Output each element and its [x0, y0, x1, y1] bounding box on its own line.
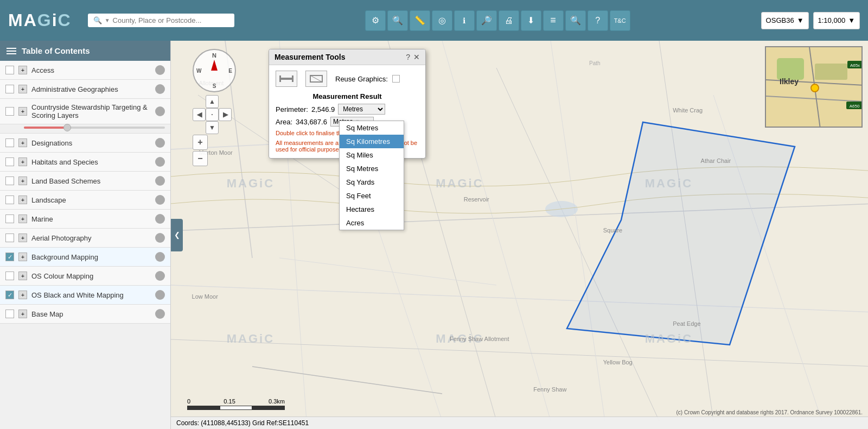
nav-compass[interactable]: N S W E [193, 49, 236, 92]
unit-option-sq-yards[interactable]: Sq Yards [340, 175, 404, 189]
scale-select[interactable]: 1:10,000 ▼ [813, 12, 860, 29]
layer-item-land-schemes[interactable]: +Land Based Schemes [0, 172, 170, 191]
layer-expand-os-bw[interactable]: + [18, 291, 27, 299]
nav-up-btn[interactable]: ▲ [206, 95, 219, 108]
layer-expand-designations[interactable]: + [18, 138, 27, 147]
measure-tool[interactable]: 📏 [410, 10, 430, 31]
layer-checkbox-cs-targeting[interactable] [5, 107, 14, 116]
layer-expand-background[interactable]: + [18, 253, 27, 261]
slider-track-cs-targeting[interactable] [24, 127, 165, 129]
compass-circle[interactable]: N S W E [193, 49, 236, 92]
nav-left-btn[interactable]: ◀ [193, 108, 206, 121]
layer-expand-access[interactable]: + [18, 66, 27, 74]
map-area[interactable]: ❮ [171, 41, 868, 429]
layer-opacity-admin-geo[interactable] [155, 84, 165, 94]
layer-expand-aerial-photo[interactable]: + [18, 234, 27, 242]
nav-down-btn[interactable]: ▼ [206, 121, 219, 134]
layer-item-os-colour[interactable]: +OS Colour Mapping [0, 267, 170, 286]
slider-thumb-cs-targeting[interactable] [63, 124, 71, 131]
line-measure-icon[interactable] [276, 71, 297, 87]
unit-option-acres[interactable]: Acres [340, 216, 404, 230]
layer-item-aerial-photo[interactable]: +Aerial Photography [0, 229, 170, 248]
zoom-in-btn[interactable]: + [193, 135, 208, 150]
locate-tool[interactable]: ◎ [432, 10, 452, 31]
list-tool[interactable]: ≡ [543, 10, 564, 31]
slider-row-cs-targeting[interactable] [0, 124, 170, 134]
layer-expand-base-map[interactable]: + [18, 310, 27, 318]
layer-opacity-land-schemes[interactable] [155, 176, 165, 186]
download-tool[interactable]: ⬇ [521, 10, 541, 31]
layer-item-base-map[interactable]: +Base Map [0, 305, 170, 324]
layer-checkbox-os-colour[interactable] [5, 272, 14, 280]
layer-expand-land-schemes[interactable]: + [18, 176, 27, 185]
layer-opacity-background[interactable] [155, 252, 165, 262]
nav-right-btn[interactable]: ▶ [219, 108, 232, 121]
help-tool[interactable]: ? [588, 10, 608, 31]
print-tool[interactable]: 🖨 [499, 10, 519, 31]
layer-item-landscape[interactable]: +Landscape [0, 191, 170, 210]
layer-expand-os-colour[interactable]: + [18, 272, 27, 280]
zoom-out-btn[interactable]: − [193, 151, 208, 166]
layer-checkbox-base-map[interactable] [5, 310, 14, 318]
coords-bar: Coords: (411088,445133) Grid Ref:SE11045… [171, 417, 868, 429]
layer-checkbox-marine[interactable] [5, 214, 14, 223]
layer-expand-habitats[interactable]: + [18, 157, 27, 166]
mini-map[interactable]: A65x A650 Ilkley [765, 46, 863, 128]
layer-checkbox-admin-geo[interactable] [5, 85, 14, 93]
perimeter-unit-select[interactable]: Metres Kilometres Miles Yards Feet [338, 104, 385, 115]
layer-checkbox-aerial-photo[interactable] [5, 234, 14, 242]
layer-opacity-marine[interactable] [155, 214, 165, 224]
layer-expand-marine[interactable]: + [18, 214, 27, 223]
layer-expand-cs-targeting[interactable]: + [18, 107, 27, 116]
layer-opacity-landscape[interactable] [155, 195, 165, 205]
search-input[interactable] [113, 16, 229, 24]
nav-center-btn[interactable]: · [206, 108, 219, 121]
sidebar-toggle[interactable]: ❮ [171, 219, 183, 251]
dialog-close-btn[interactable]: ✕ [413, 53, 420, 61]
area-measure-icon[interactable] [305, 71, 327, 87]
info-tool[interactable]: ℹ [454, 10, 475, 31]
layer-item-admin-geo[interactable]: +Administrative Geographies [0, 80, 170, 99]
search-tool[interactable]: 🔍 [387, 10, 408, 31]
search-container[interactable]: 🔍 ▼ [88, 14, 234, 27]
layers-tool[interactable]: ⚙ [365, 10, 386, 31]
layer-item-habitats[interactable]: +Habitats and Species [0, 153, 170, 172]
layer-checkbox-os-bw[interactable]: ✓ [5, 291, 14, 299]
reuse-checkbox[interactable] [392, 75, 400, 83]
unit-option-sq-kilometres[interactable]: Sq Kilometres [340, 135, 404, 148]
layer-opacity-base-map[interactable] [155, 309, 165, 319]
search2-tool[interactable]: 🔍 [565, 10, 586, 31]
layer-item-marine[interactable]: +Marine [0, 210, 170, 229]
layer-item-background[interactable]: ✓+Background Mapping [0, 248, 170, 267]
unit-dropdown[interactable]: Sq Metres Sq Kilometres Sq Miles Sq Metr… [339, 121, 404, 230]
layer-opacity-os-colour[interactable] [155, 271, 165, 281]
tc-tool[interactable]: T&C [610, 10, 630, 31]
layer-checkbox-landscape[interactable] [5, 195, 14, 204]
identify-tool[interactable]: 🔎 [476, 10, 497, 31]
layer-item-designations[interactable]: +Designations [0, 134, 170, 153]
dialog-help-btn[interactable]: ? [406, 53, 410, 61]
layer-item-os-bw[interactable]: ✓+OS Black and White Mapping [0, 286, 170, 305]
layer-item-cs-targeting[interactable]: +Countryside Stewardship Targeting & Sco… [0, 99, 170, 124]
layer-opacity-cs-targeting[interactable] [155, 106, 165, 116]
unit-option-sq-metres-top[interactable]: Sq Metres [340, 121, 404, 135]
layer-checkbox-background[interactable]: ✓ [5, 253, 14, 261]
layer-item-access[interactable]: +Access [0, 61, 170, 80]
unit-option-sq-feet[interactable]: Sq Feet [340, 189, 404, 203]
layer-opacity-habitats[interactable] [155, 157, 165, 167]
layer-opacity-aerial-photo[interactable] [155, 233, 165, 243]
layer-expand-landscape[interactable]: + [18, 195, 27, 204]
layer-expand-admin-geo[interactable]: + [18, 85, 27, 93]
layer-checkbox-land-schemes[interactable] [5, 176, 14, 185]
search-dropdown-arrow[interactable]: ▼ [105, 17, 110, 23]
layer-opacity-access[interactable] [155, 65, 165, 75]
layer-checkbox-access[interactable] [5, 66, 14, 74]
unit-option-sq-metres[interactable]: Sq Metres [340, 162, 404, 175]
coord-system-select[interactable]: OSGB36 ▼ [761, 12, 809, 29]
layer-opacity-designations[interactable] [155, 138, 165, 148]
layer-checkbox-designations[interactable] [5, 138, 14, 147]
unit-option-hectares[interactable]: Hectares [340, 203, 404, 216]
layer-opacity-os-bw[interactable] [155, 290, 165, 300]
layer-checkbox-habitats[interactable] [5, 157, 14, 166]
unit-option-sq-miles[interactable]: Sq Miles [340, 148, 404, 162]
